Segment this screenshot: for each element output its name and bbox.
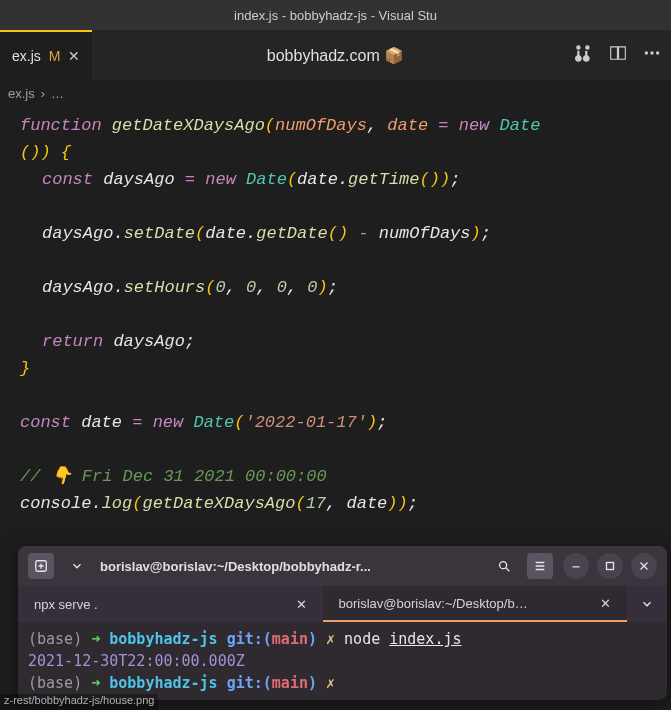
code-line: function getDateXDaysAgo(numOfDays, date… (20, 112, 671, 139)
tab-dropdown-icon[interactable] (627, 586, 667, 622)
code-line: } (20, 355, 671, 382)
code-line (20, 247, 671, 274)
terminal-line: (base) ➜ bobbyhadz-js git:(main) ✗ node … (28, 628, 657, 650)
code-line (20, 193, 671, 220)
terminal-title: borislav@borislav:~/Desktop/bobbyhadz-r.… (100, 559, 481, 574)
terminal-line: (base) ➜ bobbyhadz-js git:(main) ✗ (28, 672, 657, 694)
breadcrumb-separator: › (41, 86, 45, 101)
tab-center-label: bobbyhadz.com 📦 (267, 46, 404, 65)
breadcrumb-more: … (51, 86, 64, 101)
menu-icon[interactable] (527, 553, 553, 579)
terminal-window: borislav@borislav:~/Desktop/bobbyhadz-r.… (18, 546, 667, 700)
terminal-tabs: npx serve . ✕ borislav@borislav:~/Deskto… (18, 586, 667, 622)
editor-tab-bar: ex.js M ✕ bobbyhadz.com 📦 (0, 30, 671, 80)
svg-point-2 (656, 51, 659, 54)
svg-point-4 (500, 562, 507, 569)
terminal-title-bar: borislav@borislav:~/Desktop/bobbyhadz-r.… (18, 546, 667, 586)
code-line: const daysAgo = new Date(date.getTime())… (20, 166, 671, 193)
code-line: // 👇️ Fri Dec 31 2021 00:00:00 (20, 463, 671, 490)
code-editor[interactable]: function getDateXDaysAgo(numOfDays, date… (0, 106, 671, 517)
code-line (20, 382, 671, 409)
status-path: z-rest/bobbyhadz-js/house.png (4, 694, 154, 706)
breadcrumb[interactable]: ex.js › … (0, 80, 671, 106)
code-line (20, 301, 671, 328)
compare-changes-icon[interactable] (575, 44, 593, 67)
code-line: daysAgo.setDate(date.getDate() - numOfDa… (20, 220, 671, 247)
terminal-tab-2[interactable]: borislav@borislav:~/Desktop/b… ✕ (323, 586, 628, 622)
minimize-button[interactable] (563, 553, 589, 579)
breadcrumb-file: ex.js (8, 86, 35, 101)
terminal-tab-label: npx serve . (34, 597, 98, 612)
terminal-tab-1[interactable]: npx serve . ✕ (18, 586, 323, 622)
code-line (20, 436, 671, 463)
dropdown-icon[interactable] (64, 553, 90, 579)
close-icon[interactable]: ✕ (68, 48, 80, 64)
tab-filename: ex.js (12, 48, 41, 64)
window-title-bar: index.js - bobbyhadz-js - Visual Stu (0, 0, 671, 30)
new-tab-button[interactable] (28, 553, 54, 579)
close-icon[interactable]: ✕ (296, 597, 307, 612)
code-line: ()) { (20, 139, 671, 166)
terminal-tab-label: borislav@borislav:~/Desktop/b… (339, 596, 528, 611)
modified-indicator: M (49, 48, 61, 64)
svg-point-1 (650, 51, 653, 54)
maximize-button[interactable] (597, 553, 623, 579)
code-line: const date = new Date('2022-01-17'); (20, 409, 671, 436)
search-icon[interactable] (491, 553, 517, 579)
status-bar: z-rest/bobbyhadz-js/house.png (0, 694, 158, 710)
close-icon[interactable]: ✕ (600, 596, 611, 611)
code-line: return daysAgo; (20, 328, 671, 355)
terminal-line: 2021-12-30T22:00:00.000Z (28, 650, 657, 672)
window-title: index.js - bobbyhadz-js - Visual Stu (234, 8, 437, 23)
editor-tab-active[interactable]: ex.js M ✕ (0, 30, 92, 80)
code-line: console.log(getDateXDaysAgo(17, date)); (20, 490, 671, 517)
svg-rect-5 (607, 563, 614, 570)
code-line: daysAgo.setHours(0, 0, 0, 0); (20, 274, 671, 301)
split-editor-icon[interactable] (609, 44, 627, 67)
terminal-output[interactable]: (base) ➜ bobbyhadz-js git:(main) ✗ node … (18, 622, 667, 700)
svg-point-0 (645, 51, 648, 54)
more-actions-icon[interactable] (643, 44, 661, 67)
close-button[interactable] (631, 553, 657, 579)
